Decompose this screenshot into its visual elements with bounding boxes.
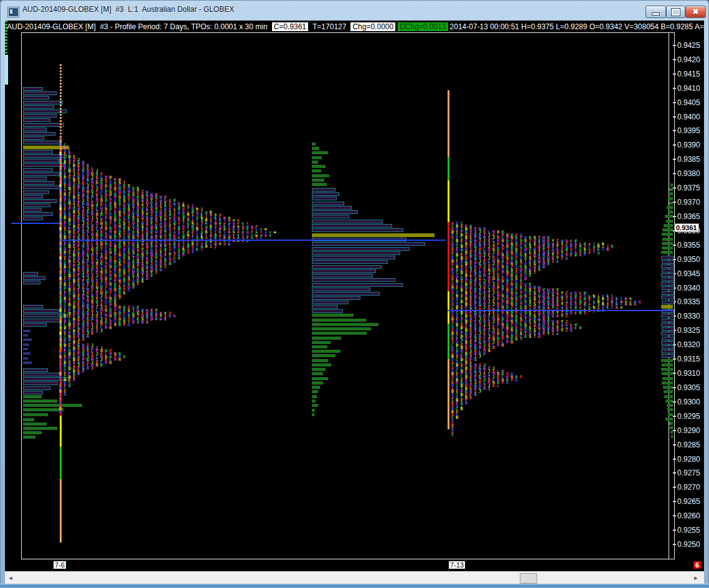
axis-tick — [673, 544, 676, 545]
volume-profile-right-bar — [670, 431, 673, 434]
axis-tick — [673, 173, 676, 174]
volume-profile-mid-bar — [312, 395, 317, 398]
volume-profile-mid-bar — [312, 151, 328, 154]
h-scrollbar[interactable]: ◄ ► — [5, 571, 704, 584]
volume-profile-right-bar — [662, 337, 674, 340]
axis-tick-label: 0.9305 — [677, 383, 700, 392]
volume-profile-mid-bar — [312, 287, 370, 291]
axis-tick — [673, 130, 676, 131]
window-frame: AUD-201409-GLOBEX [M] #3 L:1 Australian … — [0, 0, 709, 588]
volume-profile-mid-bar — [312, 345, 327, 348]
window-title: AUD-201409-GLOBEX [M] #3 L:1 Australian … — [22, 5, 234, 14]
tpo-range-line-7-6 — [60, 479, 62, 543]
volume-profile-right-bar — [669, 202, 673, 205]
volume-profile-left-bar — [23, 338, 32, 341]
volume-profile-left-bar — [23, 203, 50, 207]
alert-count-badge: 6 — [693, 561, 701, 569]
volume-profile-right-bar — [670, 426, 673, 429]
volume-profile-right-bar — [664, 395, 673, 398]
volume-profile-left-bar — [23, 343, 29, 346]
axis-tick-label: 0.9300 — [677, 398, 700, 406]
volume-profile-right-bar — [662, 377, 673, 380]
minimize-button[interactable] — [646, 6, 666, 18]
volume-profile-left-bar — [23, 168, 53, 172]
tpo-range-line-7-6 — [60, 416, 62, 447]
volume-profile-mid-bar — [312, 399, 316, 403]
volume-profile-mid-bar — [312, 301, 349, 304]
volume-profile-mid-bar — [312, 283, 403, 287]
volume-profile-mid-bar — [312, 381, 323, 385]
volume-profile-right-bar — [661, 350, 674, 353]
volume-profile-mid-bar — [312, 265, 382, 269]
volume-profile-right-bar — [668, 210, 673, 213]
volume-profile-right-bar — [669, 188, 673, 191]
single-print-column — [5, 21, 7, 55]
volume-profile-left-bar — [23, 118, 50, 122]
maximize-button[interactable] — [666, 6, 685, 18]
volume-profile-right-bar — [671, 435, 673, 438]
volume-profile-left-bar — [23, 399, 57, 403]
volume-profile-mid-bar — [312, 220, 383, 223]
title-bar[interactable]: AUD-201409-GLOBEX [M] #3 L:1 Australian … — [0, 0, 709, 21]
axis-tick — [673, 515, 676, 516]
tpo-row: C — [451, 434, 456, 437]
axis-tick-label: 0.9370 — [677, 198, 700, 207]
axis-tick — [673, 416, 676, 417]
volume-profile-mid-bar — [312, 256, 395, 259]
scroll-thumb[interactable] — [520, 573, 537, 584]
volume-profile-mid-bar — [312, 165, 326, 168]
volume-profile-left-bar — [23, 101, 63, 105]
axis-tick — [673, 401, 676, 403]
volume-profile-mid-bar — [312, 409, 315, 412]
tpo-range-line-7-13 — [448, 291, 449, 324]
volume-profile-left-bar — [23, 132, 55, 136]
volume-profile-right-bar — [661, 282, 674, 286]
volume-profile-mid-bar — [312, 413, 314, 416]
volume-profile-mid-bar — [312, 147, 319, 150]
tpo-range-line-7-6 — [60, 447, 62, 479]
axis-tick — [673, 102, 676, 103]
volume-profile-mid-bar — [312, 242, 425, 246]
volume-profile-right-bar — [661, 305, 673, 309]
axis-tick-label: 0.9275 — [677, 469, 700, 477]
volume-profile-mid-bar — [312, 215, 349, 218]
scroll-left-arrow[interactable]: ◄ — [5, 572, 16, 584]
axis-tick-label: 0.9315 — [677, 355, 700, 363]
volume-profile-mid-bar — [312, 390, 318, 393]
axis-tick-label: 0.9420 — [677, 55, 700, 64]
axis-tick — [673, 358, 676, 360]
scroll-right-arrow[interactable]: ► — [690, 572, 702, 584]
volume-profile-left-bar — [23, 212, 53, 216]
volume-profile-mid-bar — [312, 314, 354, 317]
volume-profile-mid-bar — [312, 156, 322, 159]
axis-tick-label: 0.9410 — [677, 84, 700, 93]
volume-profile-right-bar — [670, 192, 673, 195]
axis-tick-label: 0.9270 — [677, 483, 700, 492]
axis-tick — [673, 459, 676, 460]
axis-tick-label: 0.9325 — [677, 326, 700, 335]
volume-profile-mid-bar — [312, 332, 367, 335]
volume-profile-right-bar — [662, 278, 674, 281]
close-button[interactable]: ✖ — [685, 6, 706, 18]
volume-profile-right-bar — [662, 228, 673, 231]
volume-profile-right-bar — [670, 184, 673, 187]
volume-profile-left-bar — [23, 381, 58, 385]
volume-profile-right-bar — [662, 246, 673, 250]
volume-profile-left-bar — [23, 217, 43, 220]
volume-profile-mid-bar — [312, 192, 339, 196]
axis-tick-label: 0.9320 — [677, 340, 700, 349]
volume-profile-right-bar — [662, 319, 674, 322]
axis-tick-label: 0.9295 — [677, 412, 700, 421]
chart-client-area: AUD-201409-GLOBEX [M] #3 - Profile Perio… — [5, 21, 704, 571]
axis-tick — [673, 73, 676, 75]
axis-tick-label: 0.9340 — [677, 284, 700, 292]
volume-profile-left-bar — [23, 87, 43, 91]
chart-canvas[interactable]: 0.94250.94200.94150.94100.94050.94000.93… — [5, 21, 704, 571]
axis-tick-label: 0.9385 — [677, 155, 700, 164]
volume-profile-mid-bar — [312, 368, 326, 371]
volume-profile-mid-bar — [312, 179, 324, 182]
tpo-range-line-7-13 — [448, 90, 449, 157]
marker-box — [5, 55, 8, 71]
volume-profile-mid-bar — [312, 363, 331, 366]
axis-tick — [673, 216, 676, 217]
